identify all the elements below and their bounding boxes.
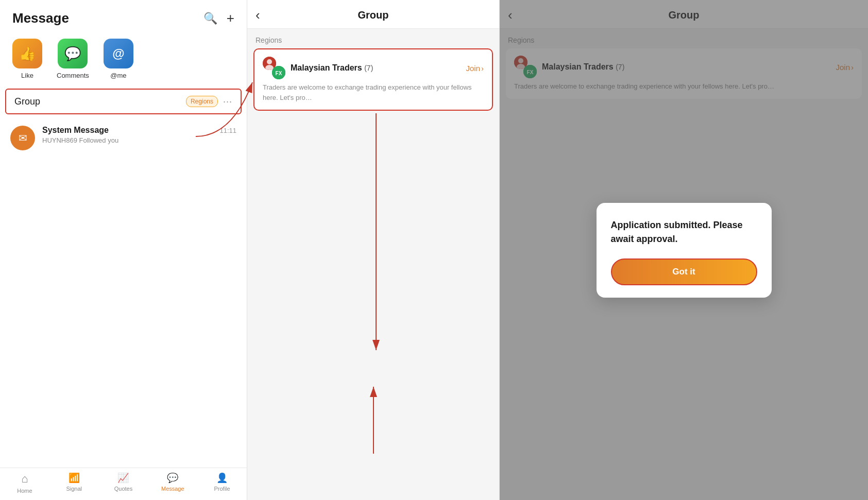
group-card-description: Traders are welcome to exchange trading … bbox=[263, 82, 484, 102]
like-label: Like bbox=[21, 72, 33, 79]
confirmation-dialog: Application submitted. Please await appr… bbox=[597, 203, 772, 298]
chevron-right-icon: › bbox=[481, 64, 484, 73]
signal-icon: 📶 bbox=[69, 472, 80, 484]
top-icons: 🔍 + bbox=[203, 10, 234, 26]
svg-text:FX: FX bbox=[276, 71, 282, 76]
panel-group2: ‹ Group Regions FX bbox=[500, 0, 868, 500]
group-row-label: Group bbox=[14, 96, 40, 107]
svg-point-1 bbox=[267, 59, 272, 64]
comments-icon: 💬 bbox=[64, 46, 81, 62]
home-icon: ⌂ bbox=[21, 472, 28, 486]
like-icon: 👍 bbox=[19, 46, 36, 62]
atme-icon: @ bbox=[112, 46, 124, 61]
nav-message[interactable]: 💬 Message bbox=[148, 472, 197, 494]
nav-profile[interactable]: 👤 Profile bbox=[197, 472, 247, 494]
group-header-title: Group bbox=[358, 9, 389, 21]
add-icon[interactable]: + bbox=[227, 10, 234, 26]
signal-label: Signal bbox=[66, 486, 82, 492]
top-bar: Message 🔍 + bbox=[0, 0, 247, 31]
join-button[interactable]: Join › bbox=[466, 64, 484, 73]
panel-group: ‹ Group Regions FX bbox=[247, 0, 500, 500]
message-icon: 💬 bbox=[167, 472, 178, 484]
panel-message: Message 🔍 + 👍 Like 💬 Comments @ @me Grou… bbox=[0, 0, 247, 500]
quick-icon-like[interactable]: 👍 Like bbox=[12, 39, 42, 79]
page-title: Message bbox=[12, 10, 69, 26]
atme-icon-box: @ bbox=[104, 39, 133, 68]
nav-signal[interactable]: 📶 Signal bbox=[49, 472, 99, 494]
message-content: System Message 11:11 HUYNH869 Followed y… bbox=[42, 126, 236, 144]
section-label-regions: Regions bbox=[247, 29, 499, 48]
regions-badge[interactable]: Regions bbox=[186, 96, 218, 107]
home-label: Home bbox=[17, 488, 32, 494]
group-card-left: FX Malaysian Traders (7) bbox=[263, 57, 373, 79]
profile-label: Profile bbox=[214, 486, 230, 492]
quick-icon-atme[interactable]: @ @me bbox=[104, 39, 133, 79]
avatar-bottom: FX bbox=[272, 66, 285, 79]
nav-home[interactable]: ⌂ Home bbox=[0, 472, 49, 494]
quotes-label: Quotes bbox=[114, 486, 132, 492]
comments-label: Comments bbox=[57, 72, 89, 79]
quick-icon-comments[interactable]: 💬 Comments bbox=[57, 39, 89, 79]
message-nav-label: Message bbox=[161, 486, 184, 492]
atme-label: @me bbox=[110, 72, 126, 79]
group-row-right: Regions ··· bbox=[186, 96, 232, 107]
nav-quotes[interactable]: 📈 Quotes bbox=[99, 472, 148, 494]
bottom-nav: ⌂ Home 📶 Signal 📈 Quotes 💬 Message 👤 Pro… bbox=[0, 468, 247, 500]
system-message-avatar: ✉ bbox=[10, 126, 35, 150]
group-name: Malaysian Traders (7) bbox=[291, 63, 373, 72]
message-preview: HUYNH869 Followed you bbox=[42, 136, 236, 144]
group-card-info: Malaysian Traders (7) bbox=[291, 63, 373, 73]
comments-icon-box: 💬 bbox=[58, 39, 88, 68]
like-icon-box: 👍 bbox=[12, 39, 42, 68]
message-header: System Message 11:11 bbox=[42, 126, 236, 135]
group-avatar: FX bbox=[263, 57, 285, 79]
message-time: 11:11 bbox=[219, 127, 236, 134]
profile-icon: 👤 bbox=[216, 472, 228, 484]
quotes-icon: 📈 bbox=[117, 472, 129, 484]
group-header: ‹ Group bbox=[247, 0, 499, 29]
dialog-overlay: Application submitted. Please await appr… bbox=[500, 0, 868, 500]
envelope-icon: ✉ bbox=[19, 132, 27, 144]
message-list: ✉ System Message 11:11 HUYNH869 Followed… bbox=[0, 114, 247, 468]
got-it-button[interactable]: Got it bbox=[611, 258, 757, 285]
group-card-header: FX Malaysian Traders (7) Join › bbox=[263, 57, 484, 79]
message-sender: System Message bbox=[42, 126, 109, 135]
back-button[interactable]: ‹ bbox=[256, 7, 260, 23]
message-item[interactable]: ✉ System Message 11:11 HUYNH869 Followed… bbox=[0, 119, 247, 157]
more-options-button[interactable]: ··· bbox=[223, 96, 232, 107]
group-card[interactable]: FX Malaysian Traders (7) Join › Traders … bbox=[253, 48, 493, 111]
annotation-arrow-2 bbox=[343, 376, 404, 459]
quick-icons-row: 👍 Like 💬 Comments @ @me bbox=[0, 31, 247, 89]
group-row[interactable]: Group Regions ··· bbox=[5, 89, 242, 114]
dialog-message: Application submitted. Please await appr… bbox=[611, 218, 757, 246]
search-icon[interactable]: 🔍 bbox=[203, 12, 217, 25]
